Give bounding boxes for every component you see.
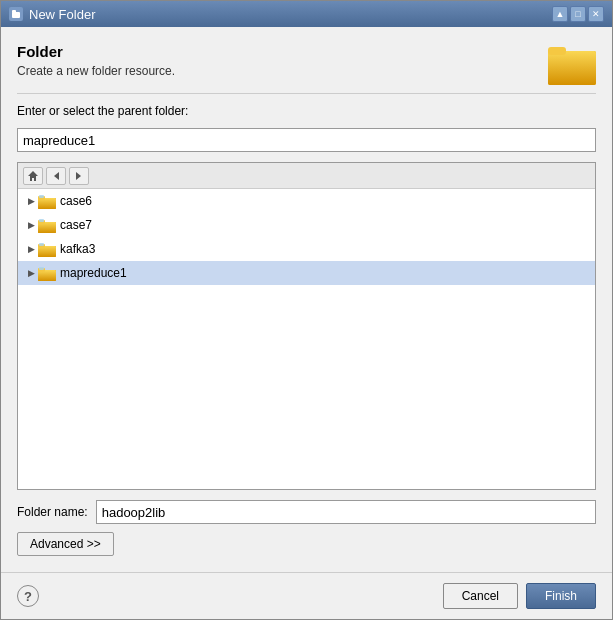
folder-icon-mapreduce1 <box>38 265 56 281</box>
svg-rect-15 <box>39 219 44 222</box>
minimize-button[interactable]: ▲ <box>552 6 568 22</box>
folder-name-input[interactable] <box>96 500 596 524</box>
new-folder-dialog: New Folder ▲ □ ✕ Folder Create a new fol… <box>0 0 613 620</box>
parent-folder-input[interactable] <box>17 128 596 152</box>
section-title: Folder <box>17 43 175 60</box>
footer-left: ? <box>17 585 39 607</box>
dialog-title: New Folder <box>29 7 95 22</box>
advanced-button[interactable]: Advanced >> <box>17 532 114 556</box>
tree-items-list: ▶ case6 <box>18 189 595 489</box>
svg-marker-6 <box>54 172 59 180</box>
tree-toolbar <box>18 163 595 189</box>
tree-label-case6: case6 <box>60 194 92 208</box>
tree-label-case7: case7 <box>60 218 92 232</box>
title-bar: New Folder ▲ □ ✕ <box>1 1 612 27</box>
folder-icon-case7 <box>38 217 56 233</box>
folder-icon-kafka3 <box>38 241 56 257</box>
tree-label-mapreduce1: mapreduce1 <box>60 266 127 280</box>
help-button[interactable]: ? <box>17 585 39 607</box>
bottom-controls: Folder name: Advanced >> <box>17 500 596 556</box>
parent-folder-label: Enter or select the parent folder: <box>17 104 596 118</box>
svg-rect-19 <box>39 243 44 246</box>
title-bar-left: New Folder <box>9 7 95 22</box>
svg-rect-3 <box>548 51 596 85</box>
close-button[interactable]: ✕ <box>588 6 604 22</box>
svg-rect-1 <box>12 10 16 13</box>
expand-icon-mapreduce1[interactable]: ▶ <box>24 266 38 280</box>
home-button[interactable] <box>23 167 43 185</box>
dialog-icon <box>9 7 23 21</box>
section-subtitle: Create a new folder resource. <box>17 64 175 78</box>
tree-item-case6[interactable]: ▶ case6 <box>18 189 595 213</box>
tree-item-kafka3[interactable]: ▶ kafka3 <box>18 237 595 261</box>
svg-rect-4 <box>548 47 566 55</box>
window-controls: ▲ □ ✕ <box>552 6 604 22</box>
svg-marker-5 <box>28 171 38 181</box>
folder-name-row: Folder name: <box>17 500 596 524</box>
maximize-button[interactable]: □ <box>570 6 586 22</box>
header-section: Folder Create a new folder resource. <box>17 43 596 94</box>
svg-marker-7 <box>76 172 81 180</box>
expand-icon-kafka3[interactable]: ▶ <box>24 242 38 256</box>
tree-item-mapreduce1[interactable]: ▶ mapreduce1 <box>18 261 595 285</box>
folder-tree: ▶ case6 <box>17 162 596 490</box>
tree-item-case7[interactable]: ▶ case7 <box>18 213 595 237</box>
dialog-footer: ? Cancel Finish <box>1 572 612 619</box>
svg-rect-11 <box>39 195 44 198</box>
back-button[interactable] <box>46 167 66 185</box>
footer-right: Cancel Finish <box>443 583 596 609</box>
header-text: Folder Create a new folder resource. <box>17 43 175 78</box>
folder-large-icon <box>548 43 596 85</box>
svg-rect-23 <box>39 267 44 270</box>
cancel-button[interactable]: Cancel <box>443 583 518 609</box>
tree-label-kafka3: kafka3 <box>60 242 95 256</box>
dialog-body: Folder Create a new folder resource. <box>1 27 612 572</box>
forward-button[interactable] <box>69 167 89 185</box>
folder-icon-case6 <box>38 193 56 209</box>
finish-button[interactable]: Finish <box>526 583 596 609</box>
expand-icon-case7[interactable]: ▶ <box>24 218 38 232</box>
expand-icon-case6[interactable]: ▶ <box>24 194 38 208</box>
folder-name-label: Folder name: <box>17 505 88 519</box>
